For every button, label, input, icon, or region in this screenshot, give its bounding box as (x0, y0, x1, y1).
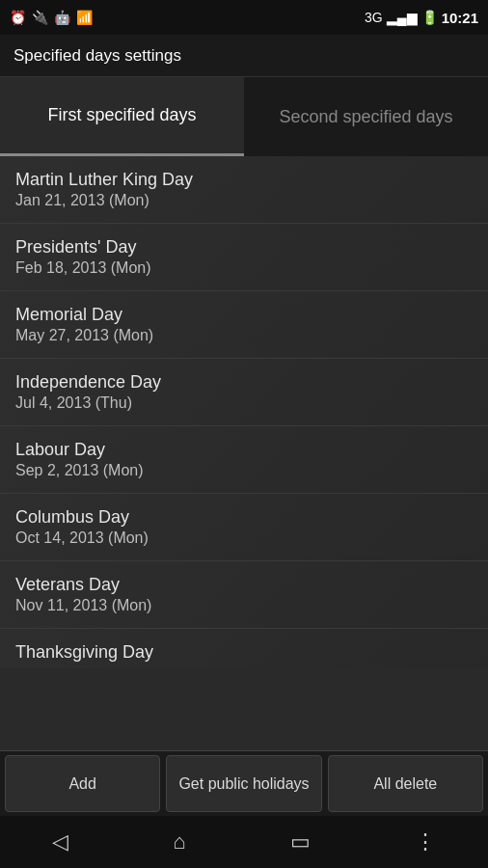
list-item[interactable]: Martin Luther King Day Jan 21, 2013 (Mon… (0, 156, 488, 224)
recents-button[interactable]: ▭ (290, 829, 311, 854)
list-item[interactable]: Veterans Day Nov 11, 2013 (Mon) (0, 561, 488, 629)
holiday-name: Independence Day (15, 372, 473, 393)
thanksgiving-name: Thanksgiving Day (15, 642, 473, 663)
holiday-date: Oct 14, 2013 (Mon) (15, 529, 473, 547)
status-bar: ⏰ 🔌 🤖 📶 3G ▂▄▆ 🔋 10:21 (0, 0, 488, 35)
add-button-label: Add (68, 775, 95, 793)
android-icon: 🤖 (54, 10, 70, 25)
signal-bars: ▂▄▆ (387, 10, 418, 25)
tab-second-specified-days[interactable]: Second specified days (244, 77, 488, 156)
all-delete-label: All delete (373, 775, 437, 793)
tab-first-label: First specified days (47, 105, 196, 125)
add-button[interactable]: Add (5, 755, 160, 812)
tab-second-label: Second specified days (279, 107, 452, 127)
main-content: First specified days Second specified da… (0, 77, 488, 816)
list-item[interactable]: Presidents' Day Feb 18, 2013 (Mon) (0, 224, 488, 291)
holiday-name: Martin Luther King Day (15, 170, 473, 190)
holiday-date: Jul 4, 2013 (Thu) (15, 394, 473, 412)
get-public-holidays-button[interactable]: Get public holidays (166, 755, 321, 812)
holiday-date: May 27, 2013 (Mon) (15, 327, 473, 344)
holiday-date: Feb 18, 2013 (Mon) (15, 259, 473, 277)
list-item[interactable]: Columbus Day Oct 14, 2013 (Mon) (0, 494, 488, 561)
get-public-holidays-label: Get public holidays (178, 775, 309, 793)
list-item[interactable]: Labour Day Sep 2, 2013 (Mon) (0, 426, 488, 494)
status-right: 3G ▂▄▆ 🔋 10:21 (365, 10, 478, 26)
status-time: 10:21 (442, 10, 478, 26)
holiday-date: Jan 21, 2013 (Mon) (15, 192, 473, 209)
holiday-name: Columbus Day (15, 507, 473, 528)
holiday-name: Veterans Day (15, 575, 473, 595)
list-item-partial[interactable]: Thanksgiving Day (0, 629, 488, 668)
holiday-date: Sep 2, 2013 (Mon) (15, 462, 473, 479)
title-bar: Specified days settings (0, 35, 488, 77)
battery-icon: 🔋 (421, 10, 438, 25)
bottom-buttons: Add Get public holidays All delete (0, 750, 488, 816)
holiday-name: Presidents' Day (15, 237, 473, 258)
tabs: First specified days Second specified da… (0, 77, 488, 156)
network-type: 3G (365, 10, 383, 25)
tab-first-specified-days[interactable]: First specified days (0, 77, 244, 156)
holiday-list: Martin Luther King Day Jan 21, 2013 (Mon… (0, 156, 488, 750)
back-button[interactable]: ◁ (52, 829, 68, 854)
home-button[interactable]: ⌂ (173, 829, 185, 854)
alarm-icon: ⏰ (10, 10, 26, 25)
holiday-date: Nov 11, 2013 (Mon) (15, 597, 473, 614)
list-item[interactable]: Independence Day Jul 4, 2013 (Thu) (0, 359, 488, 426)
more-button[interactable]: ⋮ (415, 829, 436, 854)
all-delete-button[interactable]: All delete (328, 755, 483, 812)
holiday-name: Labour Day (15, 440, 473, 460)
list-item[interactable]: Memorial Day May 27, 2013 (Mon) (0, 291, 488, 359)
signal-icon: 📶 (76, 10, 93, 25)
usb-icon: 🔌 (32, 10, 48, 25)
page-title: Specified days settings (14, 46, 181, 66)
holiday-name: Memorial Day (15, 305, 473, 325)
nav-bar: ◁ ⌂ ▭ ⋮ (0, 816, 488, 868)
status-icons: ⏰ 🔌 🤖 📶 (10, 10, 93, 25)
